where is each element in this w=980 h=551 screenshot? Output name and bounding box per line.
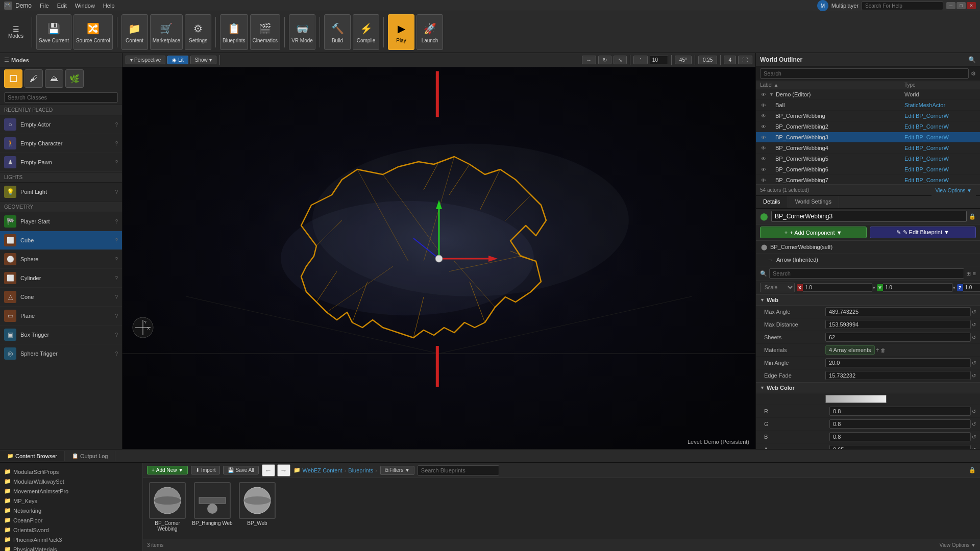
folder-modularwalkwayset[interactable]: 📁 ModularWalkwaySet (0, 477, 142, 486)
vis-icon-bp7[interactable]: 👁 (760, 177, 767, 184)
max-distance-input[interactable] (825, 320, 971, 329)
place-item-empty-actor[interactable]: ○ Empty Actor ? (0, 115, 122, 134)
folder-movementanimatsetpro[interactable]: 📁 MovementAnimsetPro (0, 486, 142, 496)
scale-z-input[interactable] (963, 283, 980, 292)
folder-oceanfloor[interactable]: 📁 OceanFloor (0, 515, 142, 525)
outliner-item-bp4[interactable]: 👁 BP_CornerWebbing4 Edit BP_CornerW (756, 143, 980, 154)
outliner-item-bp3[interactable]: 👁 BP_CornerWebbing3 Edit BP_CornerW (756, 132, 980, 143)
content-lock-btn[interactable]: 🔒 (969, 467, 976, 473)
folder-phoenixanim[interactable]: 📁 PhoenixAnimPack3 (0, 535, 142, 544)
play-button[interactable]: ▶ Play (388, 14, 414, 50)
outliner-search-input[interactable] (760, 68, 969, 79)
edge-fade-reset[interactable]: ↺ (972, 373, 976, 379)
color-b-reset[interactable]: ↺ (972, 434, 976, 440)
compile-button[interactable]: ⚡ Compile (353, 14, 379, 50)
edit-blueprint-btn[interactable]: ✎ ✎ Edit Blueprint ▼ (870, 227, 976, 238)
vr-mode-button[interactable]: 🥽 VR Mode (289, 14, 315, 50)
add-new-btn[interactable]: + Add New ▼ (147, 466, 188, 474)
scale-x-arrow[interactable]: ▾ (873, 285, 875, 290)
place-item-sphere[interactable]: ⚪ Sphere ? (0, 250, 122, 269)
menu-file[interactable]: File (40, 3, 49, 9)
min-angle-input[interactable] (825, 358, 971, 367)
folder-mp-keys[interactable]: 📁 MP_Keys (0, 496, 142, 506)
close-button[interactable]: ✕ (967, 2, 976, 9)
materials-delete[interactable]: 🗑 (880, 347, 886, 353)
vis-icon-demo[interactable]: 👁 (760, 91, 767, 98)
details-list-icon[interactable]: ≡ (973, 270, 976, 277)
outliner-search-icon[interactable]: 🔍 (968, 56, 976, 63)
vis-icon-bp5[interactable]: 👁 (760, 155, 767, 162)
perspective-btn[interactable]: ▾ Perspective (126, 56, 165, 64)
outliner-item-ball[interactable]: 👁 Ball StaticMeshActor (756, 100, 980, 111)
min-angle-reset[interactable]: ↺ (972, 360, 976, 366)
save-current-button[interactable]: 💾 Save Current (36, 14, 71, 50)
tab-output-log[interactable]: 📋 Output Log (65, 451, 115, 461)
component-arrow[interactable]: → Arrow (Inherited) (756, 254, 980, 266)
color-a-input[interactable] (829, 445, 971, 449)
color-a-reset[interactable]: ↺ (972, 447, 976, 449)
show-btn[interactable]: Show ▾ (190, 56, 216, 64)
place-item-player-start[interactable]: 🏁 Player Start ? (0, 212, 122, 231)
details-lock-icon[interactable]: 🔒 (969, 213, 976, 220)
col-label-header[interactable]: Label ▲ (760, 82, 904, 88)
section-web-header[interactable]: ▼ Web (756, 294, 980, 306)
marketplace-button[interactable]: 🛒 Marketplace (150, 14, 183, 50)
outliner-item-bp2[interactable]: 👁 BP_CornerWebbing2 Edit BP_CornerW (756, 121, 980, 132)
scale-y-arrow[interactable]: ▾ (953, 285, 955, 290)
place-item-point-light[interactable]: 💡 Point Light ? (0, 183, 122, 202)
folder-modularscifiprops[interactable]: 📁 ModularScifiProps (0, 467, 142, 477)
lit-btn[interactable]: ◉ Lit (167, 56, 188, 64)
folder-orientalsword[interactable]: 📁 OrientalSword (0, 525, 142, 535)
color-g-reset[interactable]: ↺ (972, 421, 976, 427)
vis-icon-bp4[interactable]: 👁 (760, 144, 767, 152)
import-btn[interactable]: ⬇ Import (191, 466, 220, 474)
breadcrumb-webcontent[interactable]: WebEZ Content (303, 467, 342, 473)
content-button[interactable]: 📁 Content (121, 14, 148, 50)
scale-btn[interactable]: ⤡ (614, 56, 627, 64)
translate-btn[interactable]: ↔ (582, 56, 596, 64)
menu-window[interactable]: Window (75, 3, 95, 9)
scale-y-input[interactable] (883, 283, 952, 292)
classes-search[interactable] (4, 92, 118, 103)
menu-help[interactable]: Help (103, 3, 115, 9)
outliner-filter-icon[interactable]: ⚙ (971, 70, 976, 77)
source-control-button[interactable]: 🔀 Source Control (74, 14, 113, 50)
grid-snap-input[interactable] (650, 56, 668, 64)
breadcrumb-blueprints[interactable]: Blueprints (348, 467, 373, 473)
place-item-box-trigger[interactable]: ▣ Box Trigger ? (0, 325, 122, 344)
max-angle-reset[interactable]: ↺ (972, 309, 976, 315)
folder-physicalmaterials[interactable]: 📁 PhysicalMaterials (0, 544, 142, 551)
content-item-bp-corner-webbing[interactable]: BP_Corner Webbing (147, 482, 188, 532)
vis-icon-bp1[interactable]: 👁 (760, 112, 767, 119)
build-button[interactable]: 🔨 Build (324, 14, 351, 50)
color-g-input[interactable] (829, 419, 971, 429)
filters-btn[interactable]: ⧉ Filters ▼ (380, 466, 414, 475)
menu-edit[interactable]: Edit (57, 3, 67, 9)
help-search[interactable] (862, 2, 943, 10)
outliner-item-bp6[interactable]: 👁 BP_CornerWebbing6 Edit BP_CornerW (756, 164, 980, 175)
nav-forward-btn[interactable]: → (277, 464, 290, 477)
scale-x-input[interactable] (803, 283, 872, 292)
foliage-mode-btn[interactable]: 🌿 (65, 69, 84, 88)
vis-icon-ball[interactable]: 👁 (760, 102, 767, 109)
settings-button[interactable]: ⚙ Settings (185, 14, 211, 50)
place-item-sphere-trigger[interactable]: ◎ Sphere Trigger ? (0, 344, 122, 363)
transform-dropdown[interactable]: Scale Location Rotation (760, 283, 795, 292)
sheets-input[interactable] (825, 333, 971, 342)
materials-add[interactable]: + (876, 346, 879, 354)
place-item-empty-pawn[interactable]: ♟ Empty Pawn ? (0, 153, 122, 172)
launch-button[interactable]: 🚀 Launch (416, 14, 443, 50)
place-item-cylinder[interactable]: ⬜ Cylinder ? (0, 269, 122, 288)
content-item-bp-hanging-web[interactable]: BP_Hanging Web (192, 482, 233, 532)
add-component-btn[interactable]: + + Add Component ▼ (760, 227, 867, 238)
nav-back-btn[interactable]: ← (262, 464, 275, 477)
tab-world-settings[interactable]: World Settings (788, 196, 839, 208)
cinematics-button[interactable]: 🎬 Cinematics (250, 14, 280, 50)
vis-icon-bp2[interactable]: 👁 (760, 123, 767, 130)
content-item-bp-web[interactable]: BP_Web (237, 482, 278, 532)
save-all-btn[interactable]: 💾 Save All (223, 466, 258, 474)
place-item-empty-character[interactable]: 🚶 Empty Character ? (0, 134, 122, 153)
fullscreen-btn[interactable]: ⛶ (738, 56, 752, 64)
section-web-color-header[interactable]: ▼ Web Color (756, 382, 980, 393)
vis-icon-bp6[interactable]: 👁 (760, 166, 767, 173)
